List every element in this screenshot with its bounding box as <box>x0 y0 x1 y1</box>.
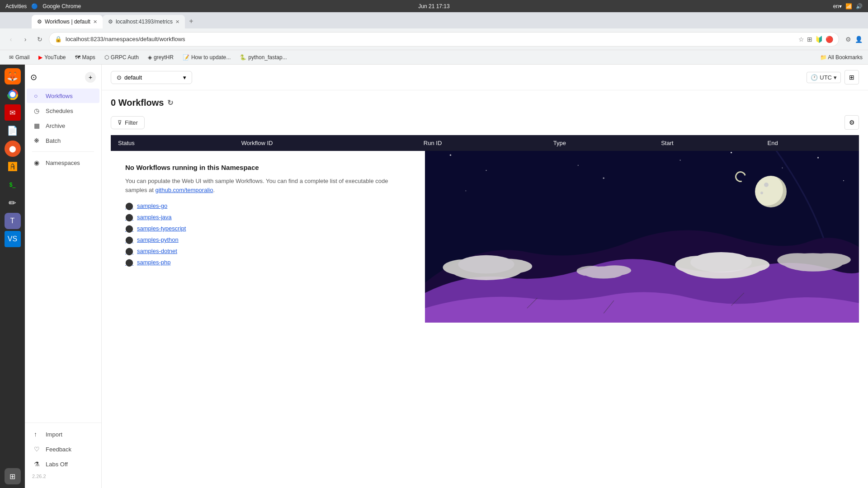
col-workflow-id: Workflow ID <box>234 135 416 151</box>
dock-files[interactable]: 📄 <box>5 122 21 139</box>
tab-metrics[interactable]: ⚙ localhost:41393/metrics ✕ <box>103 15 185 28</box>
address-bar: ‹ › ↻ 🔒 localhost:8233/namespaces/defaul… <box>0 28 868 50</box>
samples-typescript-link[interactable]: samples-typescript <box>137 225 186 232</box>
code-icon: ⊞ <box>849 74 854 81</box>
lang-selector[interactable]: en▾ <box>833 3 842 9</box>
code-view-button[interactable]: ⊞ <box>844 70 859 84</box>
samples-go-link[interactable]: samples-go <box>137 202 167 209</box>
svg-point-6 <box>578 165 579 166</box>
sidebar-item-feedback[interactable]: ♡ Feedback <box>27 442 99 456</box>
filter-button[interactable]: ⊽ Filter <box>111 116 145 129</box>
sidebar-item-import[interactable]: ↑ Import <box>27 427 99 441</box>
svg-point-11 <box>817 157 819 158</box>
dock-terminal[interactable]: $_ <box>5 177 21 193</box>
samples-python-link[interactable]: samples-python <box>137 236 179 243</box>
new-tab-button[interactable]: + <box>185 15 198 28</box>
reader-mode-icon[interactable]: ⊞ <box>807 36 812 43</box>
samples-java-link[interactable]: samples-java <box>137 214 172 221</box>
url-bar[interactable]: 🔒 localhost:8233/namespaces/default/work… <box>49 32 839 47</box>
sample-link-php[interactable]: ⬤ samples-php <box>125 258 410 267</box>
bookmark-greyhr-label: greytHR <box>154 54 174 61</box>
samples-php-link[interactable]: samples-php <box>137 259 170 266</box>
bookmark-gmail[interactable]: ✉ Gmail <box>5 53 33 62</box>
datetime: Jun 21 17:13 <box>418 3 449 9</box>
tab-title-2: localhost:41393/metrics <box>116 19 173 25</box>
extensions-btn[interactable]: ⚙ <box>845 36 851 43</box>
svg-point-13 <box>465 190 466 191</box>
app-logo: ⊙ <box>30 72 37 82</box>
dock-ubuntu[interactable]: ⬤ <box>5 141 21 157</box>
sidebar-bottom: ↑ Import ♡ Feedback ⚗ Labs Off 2.26.2 <box>25 422 101 484</box>
back-button[interactable]: ‹ <box>5 34 16 45</box>
all-bookmarks[interactable]: 📁 All Bookmarks <box>820 54 863 61</box>
action-icon[interactable]: 🔴 <box>826 36 833 43</box>
bookmark-youtube[interactable]: ▶ YouTube <box>35 53 69 62</box>
dock-firefox[interactable]: 🦊 <box>5 68 21 84</box>
content-header: ⊙ default ▾ 🕐 UTC ▾ ⊞ <box>102 65 868 90</box>
dock-apps[interactable]: ⊞ <box>5 468 21 484</box>
sidebar-schedules-label: Schedules <box>46 108 73 114</box>
table-settings-button[interactable]: ⚙ <box>844 115 859 130</box>
github-temporalio-link[interactable]: github.com/temporalio <box>156 187 213 193</box>
moon-illustration <box>755 176 787 207</box>
bookmarks-folder-icon: 📁 <box>820 54 827 61</box>
sidebar-item-labs[interactable]: ⚗ Labs Off <box>27 457 99 471</box>
sidebar-item-workflows[interactable]: ○ Workflows <box>27 89 99 103</box>
filter-bar: ⊽ Filter ⚙ <box>111 115 859 130</box>
volume-icon: 🔊 <box>856 3 863 9</box>
sidebar-add-button[interactable]: + <box>85 72 96 83</box>
howto-icon: 📝 <box>183 54 189 61</box>
bookmark-star-icon[interactable]: ☆ <box>798 36 804 43</box>
tab-workflows[interactable]: ⚙ Workflows | default ✕ <box>32 15 103 28</box>
sidebar-nav: ○ Workflows ◷ Schedules ▦ Archive ❋ Batc… <box>25 86 101 422</box>
version-label: 2.26.2 <box>25 472 101 481</box>
feedback-icon: ♡ <box>34 446 42 453</box>
tab-close-metrics[interactable]: ✕ <box>175 19 179 25</box>
extension-icon[interactable]: 🔰 <box>815 36 823 43</box>
greyhr-icon: ◈ <box>148 54 152 61</box>
bookmark-greyhr[interactable]: ◈ greytHR <box>144 53 177 62</box>
sidebar: ⊙ + ○ Workflows ◷ Schedules ▦ Archive ❋ <box>25 65 102 488</box>
svg-point-8 <box>680 160 681 160</box>
sidebar-item-archive[interactable]: ▦ Archive <box>27 118 99 133</box>
sidebar-item-schedules[interactable]: ◷ Schedules <box>27 103 99 118</box>
dock-teams[interactable]: T <box>5 213 21 229</box>
bookmark-python[interactable]: 🐍 python_fastap... <box>236 53 290 62</box>
sidebar-item-namespaces[interactable]: ◉ Namespaces <box>27 155 99 170</box>
dock-inkscape[interactable]: ✏ <box>5 195 21 211</box>
sidebar-item-batch[interactable]: ❋ Batch <box>27 133 99 148</box>
samples-dotnet-link[interactable]: samples-dotnet <box>137 248 177 254</box>
profile-icon[interactable]: 👤 <box>855 36 863 43</box>
tab-close-workflows[interactable]: ✕ <box>93 19 97 25</box>
dock-software[interactable]: 🅰 <box>5 159 21 175</box>
svg-point-1 <box>10 92 15 97</box>
bookmark-howto[interactable]: 📝 How to update... <box>179 53 234 62</box>
github-icon-typescript: ⬤ <box>125 224 133 233</box>
refresh-button[interactable]: ↻ <box>167 99 173 107</box>
sample-link-java[interactable]: ⬤ samples-java <box>125 213 410 221</box>
timezone-selector[interactable]: 🕐 UTC ▾ <box>807 72 841 83</box>
namespace-selector[interactable]: ⊙ default ▾ <box>111 71 192 84</box>
sample-link-go[interactable]: ⬤ samples-go <box>125 202 410 210</box>
forward-button[interactable]: › <box>20 34 31 45</box>
tab-title: Workflows | default <box>45 19 90 25</box>
sample-link-dotnet[interactable]: ⬤ samples-dotnet <box>125 247 410 255</box>
bookmark-grpc[interactable]: ⬡ GRPC Auth <box>101 53 142 62</box>
dock-chrome[interactable] <box>5 86 21 103</box>
dock-vscode[interactable]: VS <box>5 231 21 247</box>
sample-link-typescript[interactable]: ⬤ samples-typescript <box>125 224 410 233</box>
timezone-chevron-icon: ▾ <box>834 74 837 81</box>
reload-button[interactable]: ↻ <box>34 34 45 45</box>
svg-point-12 <box>843 180 844 181</box>
sample-link-python[interactable]: ⬤ samples-python <box>125 235 410 244</box>
app-icon: 🔵 <box>31 3 38 9</box>
svg-point-14 <box>603 177 604 178</box>
network-icon: 📶 <box>845 3 852 9</box>
empty-state-box: No Workflows running in this Namespace Y… <box>111 151 425 323</box>
bookmark-maps-label: Maps <box>82 54 95 61</box>
dock-mail[interactable]: ✉ <box>5 104 21 121</box>
archive-icon: ▦ <box>34 122 42 129</box>
activities-label[interactable]: Activities <box>5 3 27 9</box>
sidebar-workflows-label: Workflows <box>46 93 73 99</box>
bookmark-maps[interactable]: 🗺 Maps <box>71 53 99 62</box>
